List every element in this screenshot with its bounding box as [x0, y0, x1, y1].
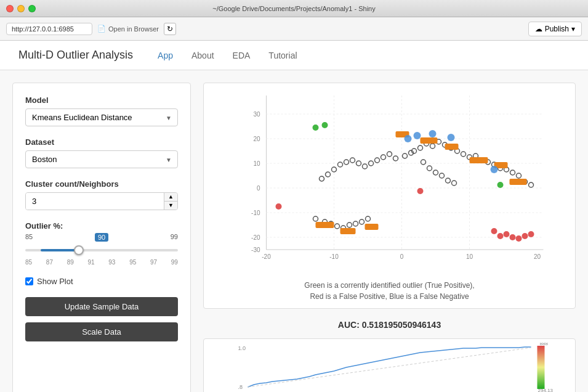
svg-text:20: 20 — [534, 253, 541, 260]
svg-text:-10: -10 — [251, 210, 260, 216]
update-sample-data-button[interactable]: Update Sample Data — [25, 297, 178, 316]
auc-chart-container: 1.0 .8 888 294.13 — [203, 338, 576, 392]
nav-link-about[interactable]: About — [191, 48, 214, 63]
svg-point-49 — [350, 158, 355, 163]
sidebar: Model Kmeans Euclidean DistanceKmeans Ma… — [12, 83, 191, 392]
refresh-button[interactable]: ↻ — [164, 23, 176, 35]
cluster-input-wrapper: ▲ ▼ — [25, 192, 178, 210]
spin-up-button[interactable]: ▲ — [164, 193, 177, 202]
tick-91: 91 — [87, 259, 94, 266]
publish-button[interactable]: ☁ Publish ▾ — [528, 22, 582, 36]
svg-point-59 — [427, 166, 432, 171]
nav-link-app[interactable]: App — [158, 48, 173, 63]
svg-point-72 — [366, 216, 371, 221]
outlier-label: Outlier %: — [25, 221, 178, 231]
scatter-plot: 30 20 10 0 -10 -20 -30 -20 -10 0 10 20 — [210, 89, 569, 274]
svg-point-26 — [430, 144, 435, 149]
svg-point-86 — [491, 166, 498, 173]
svg-point-31 — [461, 152, 466, 157]
minimize-button[interactable] — [17, 5, 25, 12]
scatter-container: 30 20 10 0 -10 -20 -30 -20 -10 0 10 20 — [203, 83, 576, 309]
publish-icon: ☁ — [535, 25, 542, 33]
svg-point-51 — [338, 162, 343, 167]
tick-87: 87 — [46, 259, 53, 266]
svg-point-42 — [529, 182, 534, 187]
svg-line-104 — [248, 348, 531, 387]
cluster-group: Cluster count/Neighbors ▲ ▼ — [25, 179, 178, 210]
svg-rect-76 — [470, 157, 488, 163]
show-plot-label[interactable]: Show Plot — [37, 277, 73, 286]
svg-point-67 — [335, 224, 340, 229]
svg-text:30: 30 — [253, 111, 260, 118]
svg-text:-20: -20 — [262, 253, 271, 260]
model-select-wrapper: Kmeans Euclidean DistanceKmeans Manhatta… — [25, 108, 178, 126]
svg-point-69 — [347, 223, 352, 227]
svg-point-63 — [452, 181, 457, 186]
main-content: Model Kmeans Euclidean DistanceKmeans Ma… — [0, 70, 588, 392]
slider-min-label: 85 — [25, 233, 33, 242]
model-select[interactable]: Kmeans Euclidean DistanceKmeans Manhatta… — [25, 108, 178, 126]
svg-point-95 — [528, 231, 534, 237]
svg-point-96 — [313, 125, 319, 131]
svg-point-92 — [510, 234, 516, 240]
svg-point-71 — [360, 219, 364, 224]
title-bar: ~/Google Drive/Documents/Projects/Anomal… — [0, 0, 588, 17]
refresh-icon: ↻ — [167, 25, 173, 33]
svg-point-50 — [344, 160, 349, 165]
svg-text:-20: -20 — [251, 234, 260, 241]
svg-point-82 — [405, 135, 412, 142]
svg-text:10: 10 — [253, 160, 260, 167]
slider-container — [25, 244, 178, 256]
svg-point-62 — [446, 178, 451, 183]
show-plot-checkbox[interactable] — [25, 277, 33, 285]
tick-95: 95 — [129, 259, 136, 266]
svg-rect-101 — [538, 346, 545, 389]
chevron-down-icon: ▾ — [571, 25, 575, 33]
spin-down-button[interactable]: ▼ — [164, 202, 177, 210]
address-bar: http://127.0.0.1:6985 📄 Open in Browser … — [0, 17, 588, 41]
cluster-input[interactable] — [26, 193, 164, 210]
nav-link-eda[interactable]: EDA — [233, 48, 251, 63]
window-controls — [6, 5, 36, 12]
svg-point-90 — [497, 233, 504, 239]
svg-point-47 — [363, 164, 368, 169]
svg-text:-30: -30 — [251, 247, 260, 253]
svg-point-85 — [448, 134, 455, 141]
maximize-button[interactable] — [28, 5, 36, 12]
svg-point-83 — [414, 132, 421, 139]
svg-point-89 — [491, 228, 497, 234]
model-group: Model Kmeans Euclidean DistanceKmeans Ma… — [25, 96, 178, 126]
outlier-slider-section: Outlier %: 85 90 99 85 87 89 91 93 95 97 — [25, 221, 178, 266]
dataset-select[interactable]: BostonIrisWineCustom — [25, 150, 178, 168]
dataset-group: Dataset BostonIrisWineCustom ▼ — [25, 137, 178, 168]
scale-data-button[interactable]: Scale Data — [25, 322, 178, 341]
url-display[interactable]: http://127.0.0.1:6985 — [6, 23, 92, 35]
svg-point-40 — [517, 173, 522, 178]
nav-link-tutorial[interactable]: Tutorial — [268, 48, 297, 63]
svg-rect-79 — [316, 222, 334, 228]
cluster-label: Cluster count/Neighbors — [25, 179, 178, 189]
svg-rect-80 — [340, 228, 356, 234]
svg-point-43 — [387, 152, 392, 157]
svg-rect-75 — [445, 144, 459, 150]
svg-point-91 — [504, 231, 510, 237]
close-button[interactable] — [6, 5, 14, 12]
svg-point-53 — [326, 172, 331, 177]
open-browser-button[interactable]: 📄 Open in Browser — [97, 25, 159, 33]
svg-point-54 — [320, 176, 324, 181]
svg-text:294.13: 294.13 — [538, 388, 554, 392]
tick-99: 99 — [171, 259, 178, 266]
svg-point-58 — [421, 160, 426, 165]
svg-text:.8: .8 — [238, 384, 243, 390]
auc-label: AUC: 0.518195050946143 — [203, 320, 576, 330]
svg-point-98 — [497, 182, 504, 188]
svg-point-70 — [353, 221, 358, 226]
svg-text:0: 0 — [257, 185, 260, 192]
svg-text:20: 20 — [253, 136, 260, 142]
window-title: ~/Google Drive/Documents/Projects/Anomal… — [212, 5, 375, 12]
svg-text:10: 10 — [466, 253, 473, 260]
svg-point-94 — [522, 233, 528, 239]
svg-text:-10: -10 — [329, 253, 339, 260]
svg-point-64 — [313, 216, 318, 221]
svg-text:888: 888 — [540, 343, 549, 346]
